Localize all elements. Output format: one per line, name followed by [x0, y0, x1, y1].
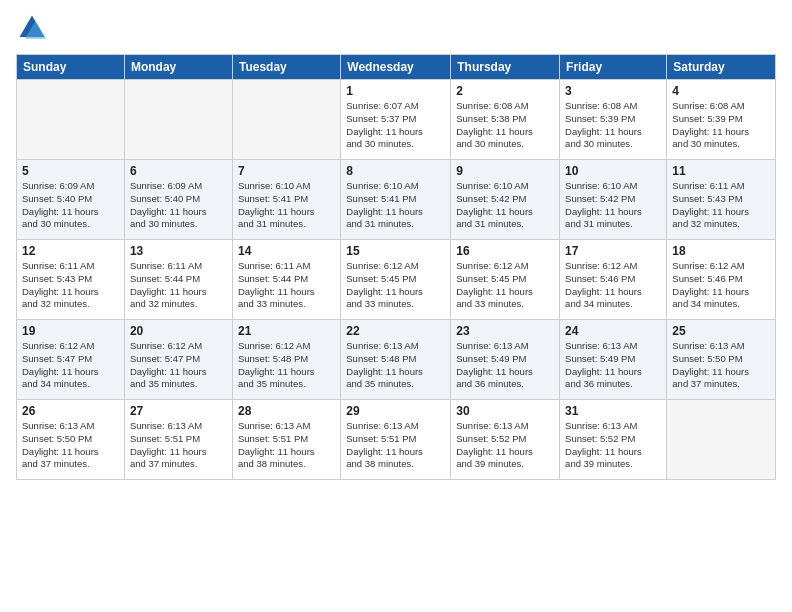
day-number: 9	[456, 164, 554, 178]
calendar-cell: 29Sunrise: 6:13 AM Sunset: 5:51 PM Dayli…	[341, 400, 451, 480]
weekday-header-wednesday: Wednesday	[341, 55, 451, 80]
day-number: 7	[238, 164, 335, 178]
day-number: 4	[672, 84, 770, 98]
day-info: Sunrise: 6:13 AM Sunset: 5:49 PM Dayligh…	[565, 340, 661, 391]
day-info: Sunrise: 6:12 AM Sunset: 5:45 PM Dayligh…	[456, 260, 554, 311]
day-number: 29	[346, 404, 445, 418]
day-info: Sunrise: 6:12 AM Sunset: 5:48 PM Dayligh…	[238, 340, 335, 391]
calendar-cell: 12Sunrise: 6:11 AM Sunset: 5:43 PM Dayli…	[17, 240, 125, 320]
day-number: 15	[346, 244, 445, 258]
calendar-week-row: 12Sunrise: 6:11 AM Sunset: 5:43 PM Dayli…	[17, 240, 776, 320]
weekday-header-row: SundayMondayTuesdayWednesdayThursdayFrid…	[17, 55, 776, 80]
calendar-cell: 16Sunrise: 6:12 AM Sunset: 5:45 PM Dayli…	[451, 240, 560, 320]
day-number: 10	[565, 164, 661, 178]
calendar-cell	[667, 400, 776, 480]
day-info: Sunrise: 6:13 AM Sunset: 5:49 PM Dayligh…	[456, 340, 554, 391]
day-number: 6	[130, 164, 227, 178]
day-info: Sunrise: 6:12 AM Sunset: 5:46 PM Dayligh…	[565, 260, 661, 311]
day-info: Sunrise: 6:13 AM Sunset: 5:51 PM Dayligh…	[130, 420, 227, 471]
day-number: 19	[22, 324, 119, 338]
day-info: Sunrise: 6:08 AM Sunset: 5:38 PM Dayligh…	[456, 100, 554, 151]
day-info: Sunrise: 6:13 AM Sunset: 5:51 PM Dayligh…	[238, 420, 335, 471]
calendar-cell: 18Sunrise: 6:12 AM Sunset: 5:46 PM Dayli…	[667, 240, 776, 320]
day-number: 16	[456, 244, 554, 258]
calendar-cell	[17, 80, 125, 160]
day-info: Sunrise: 6:10 AM Sunset: 5:42 PM Dayligh…	[565, 180, 661, 231]
calendar-cell: 3Sunrise: 6:08 AM Sunset: 5:39 PM Daylig…	[560, 80, 667, 160]
day-info: Sunrise: 6:10 AM Sunset: 5:41 PM Dayligh…	[238, 180, 335, 231]
calendar-cell: 4Sunrise: 6:08 AM Sunset: 5:39 PM Daylig…	[667, 80, 776, 160]
calendar-cell: 15Sunrise: 6:12 AM Sunset: 5:45 PM Dayli…	[341, 240, 451, 320]
day-number: 24	[565, 324, 661, 338]
day-info: Sunrise: 6:09 AM Sunset: 5:40 PM Dayligh…	[130, 180, 227, 231]
day-info: Sunrise: 6:13 AM Sunset: 5:51 PM Dayligh…	[346, 420, 445, 471]
calendar-cell: 20Sunrise: 6:12 AM Sunset: 5:47 PM Dayli…	[124, 320, 232, 400]
day-number: 5	[22, 164, 119, 178]
day-number: 21	[238, 324, 335, 338]
calendar-cell: 13Sunrise: 6:11 AM Sunset: 5:44 PM Dayli…	[124, 240, 232, 320]
calendar-week-row: 19Sunrise: 6:12 AM Sunset: 5:47 PM Dayli…	[17, 320, 776, 400]
calendar-cell: 26Sunrise: 6:13 AM Sunset: 5:50 PM Dayli…	[17, 400, 125, 480]
weekday-header-sunday: Sunday	[17, 55, 125, 80]
day-info: Sunrise: 6:11 AM Sunset: 5:43 PM Dayligh…	[22, 260, 119, 311]
calendar-cell: 24Sunrise: 6:13 AM Sunset: 5:49 PM Dayli…	[560, 320, 667, 400]
calendar-cell: 25Sunrise: 6:13 AM Sunset: 5:50 PM Dayli…	[667, 320, 776, 400]
calendar-cell: 19Sunrise: 6:12 AM Sunset: 5:47 PM Dayli…	[17, 320, 125, 400]
day-number: 14	[238, 244, 335, 258]
day-info: Sunrise: 6:11 AM Sunset: 5:44 PM Dayligh…	[238, 260, 335, 311]
day-number: 8	[346, 164, 445, 178]
day-info: Sunrise: 6:08 AM Sunset: 5:39 PM Dayligh…	[565, 100, 661, 151]
day-info: Sunrise: 6:13 AM Sunset: 5:50 PM Dayligh…	[672, 340, 770, 391]
weekday-header-friday: Friday	[560, 55, 667, 80]
day-number: 3	[565, 84, 661, 98]
calendar-week-row: 26Sunrise: 6:13 AM Sunset: 5:50 PM Dayli…	[17, 400, 776, 480]
calendar-cell: 27Sunrise: 6:13 AM Sunset: 5:51 PM Dayli…	[124, 400, 232, 480]
calendar-cell: 21Sunrise: 6:12 AM Sunset: 5:48 PM Dayli…	[232, 320, 340, 400]
day-number: 25	[672, 324, 770, 338]
logo-icon	[16, 12, 48, 44]
day-number: 18	[672, 244, 770, 258]
calendar-cell: 7Sunrise: 6:10 AM Sunset: 5:41 PM Daylig…	[232, 160, 340, 240]
day-info: Sunrise: 6:12 AM Sunset: 5:47 PM Dayligh…	[130, 340, 227, 391]
day-info: Sunrise: 6:13 AM Sunset: 5:50 PM Dayligh…	[22, 420, 119, 471]
day-number: 20	[130, 324, 227, 338]
day-number: 26	[22, 404, 119, 418]
weekday-header-tuesday: Tuesday	[232, 55, 340, 80]
day-info: Sunrise: 6:13 AM Sunset: 5:48 PM Dayligh…	[346, 340, 445, 391]
day-number: 12	[22, 244, 119, 258]
calendar-cell: 8Sunrise: 6:10 AM Sunset: 5:41 PM Daylig…	[341, 160, 451, 240]
day-number: 13	[130, 244, 227, 258]
calendar-cell: 23Sunrise: 6:13 AM Sunset: 5:49 PM Dayli…	[451, 320, 560, 400]
calendar-cell: 1Sunrise: 6:07 AM Sunset: 5:37 PM Daylig…	[341, 80, 451, 160]
calendar-cell: 28Sunrise: 6:13 AM Sunset: 5:51 PM Dayli…	[232, 400, 340, 480]
day-info: Sunrise: 6:07 AM Sunset: 5:37 PM Dayligh…	[346, 100, 445, 151]
calendar-cell: 14Sunrise: 6:11 AM Sunset: 5:44 PM Dayli…	[232, 240, 340, 320]
calendar-cell: 6Sunrise: 6:09 AM Sunset: 5:40 PM Daylig…	[124, 160, 232, 240]
day-number: 1	[346, 84, 445, 98]
day-info: Sunrise: 6:09 AM Sunset: 5:40 PM Dayligh…	[22, 180, 119, 231]
day-number: 2	[456, 84, 554, 98]
weekday-header-saturday: Saturday	[667, 55, 776, 80]
calendar-cell: 31Sunrise: 6:13 AM Sunset: 5:52 PM Dayli…	[560, 400, 667, 480]
calendar-page: SundayMondayTuesdayWednesdayThursdayFrid…	[0, 0, 792, 612]
calendar-cell: 2Sunrise: 6:08 AM Sunset: 5:38 PM Daylig…	[451, 80, 560, 160]
day-number: 23	[456, 324, 554, 338]
day-number: 27	[130, 404, 227, 418]
day-number: 28	[238, 404, 335, 418]
day-info: Sunrise: 6:12 AM Sunset: 5:46 PM Dayligh…	[672, 260, 770, 311]
day-info: Sunrise: 6:11 AM Sunset: 5:43 PM Dayligh…	[672, 180, 770, 231]
calendar-cell: 5Sunrise: 6:09 AM Sunset: 5:40 PM Daylig…	[17, 160, 125, 240]
day-number: 11	[672, 164, 770, 178]
day-info: Sunrise: 6:13 AM Sunset: 5:52 PM Dayligh…	[565, 420, 661, 471]
weekday-header-monday: Monday	[124, 55, 232, 80]
calendar-cell	[232, 80, 340, 160]
day-info: Sunrise: 6:08 AM Sunset: 5:39 PM Dayligh…	[672, 100, 770, 151]
day-number: 31	[565, 404, 661, 418]
day-info: Sunrise: 6:13 AM Sunset: 5:52 PM Dayligh…	[456, 420, 554, 471]
day-info: Sunrise: 6:10 AM Sunset: 5:42 PM Dayligh…	[456, 180, 554, 231]
calendar-cell: 10Sunrise: 6:10 AM Sunset: 5:42 PM Dayli…	[560, 160, 667, 240]
calendar-cell	[124, 80, 232, 160]
calendar-cell: 9Sunrise: 6:10 AM Sunset: 5:42 PM Daylig…	[451, 160, 560, 240]
calendar-cell: 30Sunrise: 6:13 AM Sunset: 5:52 PM Dayli…	[451, 400, 560, 480]
day-info: Sunrise: 6:10 AM Sunset: 5:41 PM Dayligh…	[346, 180, 445, 231]
